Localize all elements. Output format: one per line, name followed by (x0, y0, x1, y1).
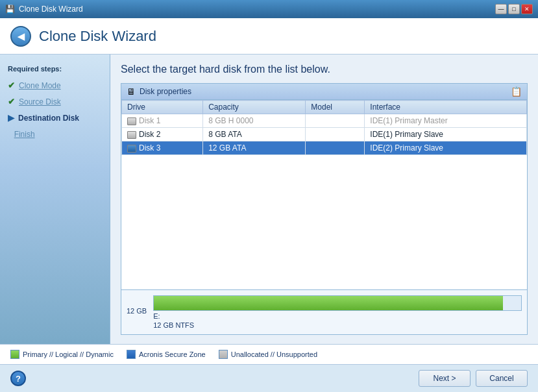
content-heading: Select the target hard disk from the lis… (121, 64, 528, 75)
disk-bar-wrapper (153, 295, 522, 311)
window-icon: 💾 (5, 5, 15, 14)
close-button[interactable]: ✕ (521, 4, 533, 14)
sidebar-item-finish[interactable]: Finish (8, 129, 102, 139)
checkmark-icon-source: ✔ (8, 97, 15, 106)
title-bar-left: 💾 Clone Disk Wizard (5, 5, 83, 14)
legend-box-acronis (127, 350, 136, 359)
cell-interface-3: IDE(2) Primary Slave (365, 141, 527, 155)
legend-label-acronis: Acronis Secure Zone (139, 350, 206, 358)
disk-bar-detail: 12 GB NTFS (153, 321, 522, 329)
back-button[interactable]: ◀ (10, 26, 31, 47)
disk-bar-fill (154, 296, 503, 310)
cell-capacity-1: 8 GB H 0000 (203, 114, 306, 128)
sidebar-label-clone-mode: Clone Mode (19, 81, 61, 90)
maximize-button[interactable]: □ (508, 4, 520, 14)
disk-panel-title: Disk properties (140, 87, 191, 96)
cell-model-3 (306, 141, 365, 155)
footer-left: ? (10, 371, 26, 386)
cell-capacity-2: 8 GB ATA (203, 128, 306, 141)
legend-area: Primary // Logical // Dynamic Acronis Se… (0, 344, 538, 364)
disk-panel-icon-right: 📋 (511, 86, 522, 97)
sidebar-item-clone-mode[interactable]: ✔ Clone Mode (8, 80, 102, 90)
disk-size-label: 12 GB (127, 295, 147, 315)
sidebar-item-source-disk[interactable]: ✔ Source Disk (8, 97, 102, 106)
disk-icon-2 (127, 131, 136, 139)
cell-model-2 (306, 128, 365, 141)
help-button[interactable]: ? (10, 371, 26, 386)
cell-interface-2: IDE(1) Primary Slave (365, 128, 527, 141)
sidebar-label-source-disk: Source Disk (19, 97, 61, 106)
legend-label-unallocated: Unallocated // Unsupported (231, 350, 317, 358)
minimize-button[interactable]: — (495, 4, 507, 14)
sidebar-label-destination-disk: Destination Disk (18, 114, 79, 123)
table-row-selected[interactable]: Disk 3 12 GB ATA IDE(2) Primary Slave (122, 141, 527, 155)
cancel-button[interactable]: Cancel (476, 370, 528, 387)
cell-model-1 (306, 114, 365, 128)
body-area: Required steps: ✔ Clone Mode ✔ Source Di… (0, 55, 538, 344)
cell-interface-1: IDE(1) Primary Master (365, 114, 527, 128)
legend-box-primary (10, 350, 19, 359)
header-title: Clone Disk Wizard (39, 28, 156, 45)
legend-label-primary: Primary // Logical // Dynamic (23, 350, 114, 358)
col-interface: Interface (365, 101, 527, 114)
content-area: Select the target hard disk from the lis… (110, 55, 538, 344)
disk-bar-container: E: 12 GB NTFS (153, 295, 522, 329)
legend-item-primary: Primary // Logical // Dynamic (10, 350, 114, 359)
sidebar-item-destination-disk: ▶ Destination Disk (8, 113, 102, 123)
disk-panel: 🖥 Disk properties 📋 Drive Capacity Model… (121, 83, 528, 335)
main-window: ◀ Clone Disk Wizard Required steps: ✔ Cl… (0, 18, 538, 392)
col-capacity: Capacity (203, 101, 306, 114)
sidebar: Required steps: ✔ Clone Mode ✔ Source Di… (0, 55, 110, 344)
title-bar-text: Clone Disk Wizard (19, 5, 83, 14)
arrow-icon-destination: ▶ (8, 113, 14, 123)
cell-capacity-3: 12 GB ATA (203, 141, 306, 155)
footer-right: Next > Cancel (419, 370, 528, 387)
disk-icon-3 (127, 145, 136, 153)
cell-drive-3: Disk 3 (122, 141, 203, 155)
title-bar: 💾 Clone Disk Wizard — □ ✕ (0, 0, 538, 18)
sidebar-title: Required steps: (8, 65, 102, 73)
legend-item-unallocated: Unallocated // Unsupported (219, 350, 317, 359)
title-bar-controls: — □ ✕ (495, 4, 533, 14)
table-row[interactable]: Disk 1 8 GB H 0000 IDE(1) Primary Master (122, 114, 527, 128)
header-area: ◀ Clone Disk Wizard (0, 18, 538, 55)
disk-table-container: Drive Capacity Model Interface Disk 1 8 … (121, 100, 527, 289)
disk-panel-header: 🖥 Disk properties 📋 (121, 84, 527, 100)
disk-bar-label: E: (153, 312, 522, 320)
disk-table: Drive Capacity Model Interface Disk 1 8 … (121, 100, 527, 155)
table-row[interactable]: Disk 2 8 GB ATA IDE(1) Primary Slave (122, 128, 527, 141)
disk-panel-icon-left: 🖥 (127, 86, 136, 97)
next-button[interactable]: Next > (419, 370, 471, 387)
disk-viz-area: 12 GB E: 12 GB NTFS (121, 289, 527, 334)
footer-area: ? Next > Cancel (0, 364, 538, 392)
col-model: Model (306, 101, 365, 114)
cell-drive-1: Disk 1 (122, 114, 203, 128)
checkmark-icon-clone: ✔ (8, 80, 15, 90)
placeholder-icon-finish (8, 129, 10, 139)
col-drive: Drive (122, 101, 203, 114)
cell-drive-2: Disk 2 (122, 128, 203, 141)
legend-box-unallocated (219, 350, 228, 359)
disk-icon-1 (127, 117, 136, 125)
legend-item-acronis: Acronis Secure Zone (127, 350, 206, 359)
sidebar-label-finish: Finish (14, 130, 35, 139)
